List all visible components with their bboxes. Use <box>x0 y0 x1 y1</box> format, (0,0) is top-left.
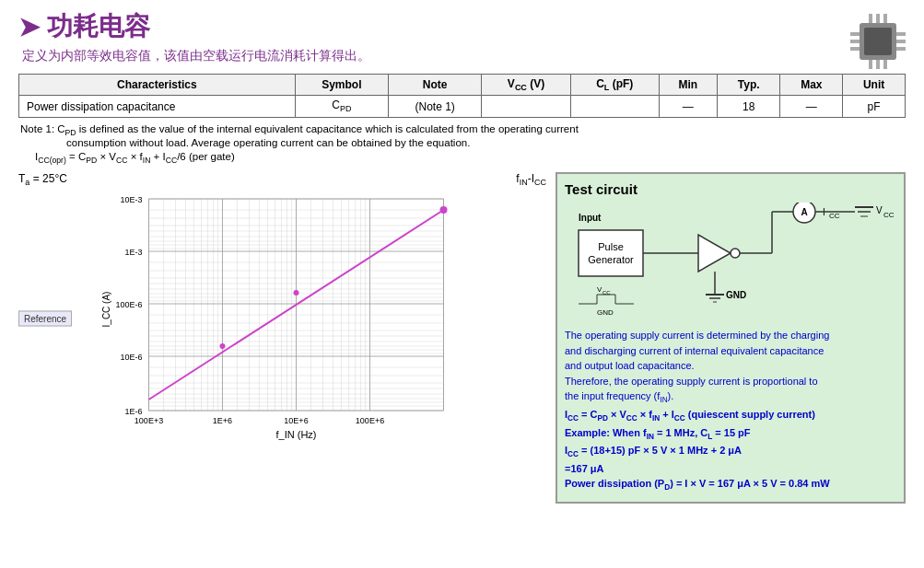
cell-symbol: CPD <box>295 96 388 117</box>
gnd-label: GND <box>726 290 746 300</box>
plot-marker-end <box>440 206 448 214</box>
svg-rect-11 <box>869 60 872 69</box>
subtitle: 定义为内部等效电容值，该值由空载运行电流消耗计算得出。 <box>22 48 906 64</box>
page: ➤ 功耗电容 定义为内部等效电容值，该值由空载运行电流消耗计算得出。 <box>0 0 924 568</box>
desc-example: Example: When fIN = 1 MHz, CL = 15 pF <box>565 427 751 438</box>
header-row: ➤ 功耗电容 定义为内部等效电容值，该值由空载运行电流消耗计算得出。 <box>18 9 906 74</box>
col-typ: Typ. <box>717 75 779 96</box>
svg-rect-5 <box>896 32 906 36</box>
svg-rect-1 <box>864 28 892 55</box>
col-symbol: Symbol <box>295 75 388 96</box>
graph-curve-label: fIN-ICC <box>516 172 546 187</box>
cell-characteristic: Power dissipation capacitance <box>19 96 296 117</box>
svg-rect-9 <box>876 14 880 23</box>
circuit-diagram: Pulse Generator <box>565 203 896 322</box>
cell-typ: 18 <box>717 96 779 117</box>
y-axis-title: I_CC (A) <box>101 291 111 327</box>
desc-line5: the input frequency (fIN). <box>565 390 673 401</box>
desc-line3: and output load capacitance. <box>565 360 695 371</box>
x-label-3: 10E+6 <box>284 416 308 425</box>
cell-min: — <box>659 96 717 117</box>
svg-rect-2 <box>850 32 860 36</box>
desc-line1: The operating supply current is determin… <box>565 330 829 341</box>
ammeter-label: A <box>801 207 807 217</box>
y-label-3: 100E-6 <box>115 300 142 309</box>
page-title: ➤ 功耗电容 <box>18 9 906 44</box>
y-label-5: 1E-6 <box>124 407 142 416</box>
note-section: Note 1: CPD is defined as the value of t… <box>20 123 906 166</box>
note-line1: Note 1: CPD is defined as the value of t… <box>20 123 906 137</box>
desc-result1: =167 μA <box>565 463 604 474</box>
desc-formula1: ICC = CPD × VCC × fIN + ICC (quiescent s… <box>565 409 815 420</box>
svg-rect-8 <box>869 14 872 23</box>
desc-line4: Therefore, the operating supply current … <box>565 376 818 387</box>
test-description: The operating supply current is determin… <box>565 328 896 493</box>
pulse-gen-label1: Pulse <box>598 241 624 252</box>
title-arrow: ➤ <box>18 12 40 42</box>
col-min: Min <box>659 75 717 96</box>
gate-symbol <box>698 235 731 272</box>
pulse-gen-box <box>579 230 643 276</box>
svg-rect-6 <box>896 40 906 43</box>
title-section: ➤ 功耗电容 定义为内部等效电容值，该值由空载运行电流消耗计算得出。 <box>18 9 906 74</box>
table-row: Power dissipation capacitance CPD (Note … <box>19 96 906 117</box>
vcc-sub: CC <box>883 211 895 219</box>
col-max: Max <box>780 75 843 96</box>
graph-ta-label: Ta = 25°C <box>18 172 67 187</box>
col-characteristics: Characteristics <box>19 75 296 96</box>
svg-rect-13 <box>883 60 887 69</box>
test-circuit-title: Test circuit <box>565 181 896 197</box>
input-label: Input <box>579 213 602 223</box>
plot-marker-mid1 <box>220 343 226 349</box>
graph-svg: 10E-3 1E-3 100E-6 10E-6 1E-6 100E+3 1E+6… <box>18 190 546 447</box>
cell-vcc <box>482 96 570 117</box>
pulse-gen-label2: Generator <box>588 254 634 265</box>
x-label-2: 1E+6 <box>213 416 232 425</box>
svg-rect-10 <box>883 14 887 23</box>
x-axis-title: f_IN (Hz) <box>276 429 317 440</box>
x-label-1: 100E+3 <box>135 416 163 425</box>
note-line2: consumption without load. Average operat… <box>66 137 906 148</box>
desc-calc: ICC = (18+15) pF × 5 V × 1 MHz + 2 μA <box>565 445 742 456</box>
svg-rect-3 <box>850 40 860 43</box>
y-label-2: 1E-3 <box>124 248 142 257</box>
svg-rect-4 <box>850 47 860 51</box>
col-cl: CL (pF) <box>570 75 659 96</box>
note-formula: ICC(opr) = CPD × VCC × fIN + ICC/6 (per … <box>35 151 906 165</box>
desc-line2: and discharging current of internal equi… <box>565 345 824 356</box>
y-label-1: 10E-3 <box>120 195 142 204</box>
x-label-4: 100E+6 <box>356 416 384 425</box>
reference-button[interactable]: Reference <box>18 310 72 326</box>
characteristics-table: Characteristics Symbol Note VCC (V) CL (… <box>18 74 906 118</box>
graph-container: Reference <box>18 190 546 447</box>
y-label-4: 10E-6 <box>120 353 142 362</box>
graph-title-row: Ta = 25°C fIN-ICC <box>18 172 546 187</box>
col-vcc: VCC (V) <box>482 75 570 96</box>
cell-unit: pF <box>843 96 906 117</box>
col-note: Note <box>389 75 482 96</box>
wave-vcc-sub: CC <box>602 290 611 296</box>
vcc-label: V <box>876 205 883 215</box>
circuit-svg: Pulse Generator <box>565 203 896 322</box>
plot-marker-mid2 <box>294 290 299 296</box>
test-circuit-section: Test circuit Pulse Generator <box>556 172 906 503</box>
cell-cl <box>570 96 659 117</box>
cell-max: — <box>780 96 843 117</box>
cell-note: (Note 1) <box>389 96 482 117</box>
chip-icon <box>841 5 915 78</box>
svg-rect-12 <box>876 60 880 69</box>
bottom-section: Ta = 25°C fIN-ICC Reference <box>18 172 906 503</box>
desc-result2: Power dissipation (PD) = I × V = 167 μA … <box>565 478 830 489</box>
icc-sub: CC <box>829 212 840 220</box>
wave-gnd-label: GND <box>597 308 614 317</box>
graph-section: Ta = 25°C fIN-ICC Reference <box>18 172 546 503</box>
gate-output-circle <box>731 249 740 258</box>
title-text: 功耗电容 <box>47 9 150 44</box>
svg-rect-7 <box>896 47 906 51</box>
